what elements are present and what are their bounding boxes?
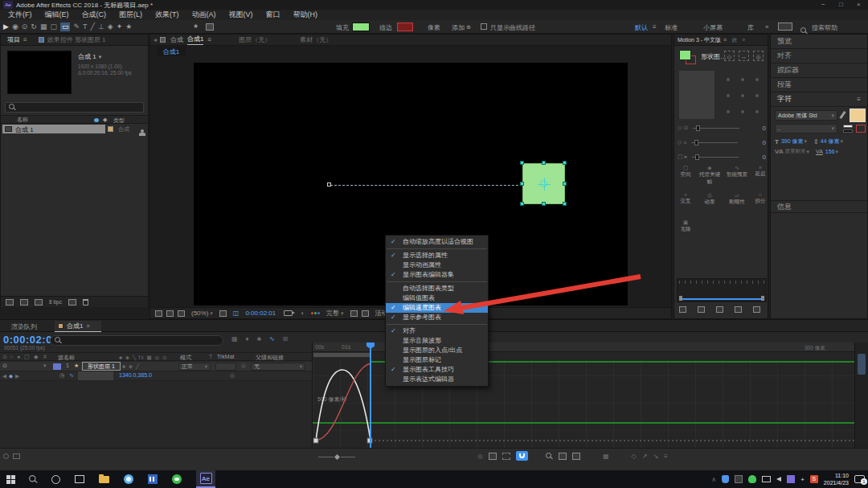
motion-button-delay[interactable]: »延迟	[751, 165, 769, 186]
work-area-bar[interactable]	[313, 352, 371, 358]
motion-footer-icon-5[interactable]	[753, 306, 760, 313]
motion-slider-row-1[interactable]: ◇⊙ 0	[678, 123, 766, 133]
rotate-tool-icon[interactable]: ↻	[31, 23, 37, 31]
bezier-path-checkbox[interactable]	[481, 23, 487, 30]
motion-button-split[interactable]: ÷拆分	[751, 192, 769, 206]
tab-project[interactable]: 项目	[7, 35, 20, 44]
label-color-swatch[interactable]	[108, 126, 113, 132]
always-preview-icon[interactable]	[155, 310, 162, 317]
new-folder-icon[interactable]	[35, 299, 43, 306]
frame-blending-icon[interactable]: ⊞	[283, 335, 289, 342]
position-value[interactable]: 1340.0,385.0	[119, 372, 152, 378]
motion-button-space[interactable]: ▢空间	[676, 165, 695, 186]
viewer-menu-icon[interactable]: ≡	[207, 36, 211, 43]
motion-button-interact[interactable]: +交互	[676, 192, 695, 206]
tab-effects-partial[interactable]: 效	[731, 36, 737, 44]
trkmat-select[interactable]	[215, 363, 236, 371]
motion-footer-icon-3[interactable]	[716, 306, 723, 313]
motion-slider-row-2[interactable]: ◇× 0	[678, 137, 766, 147]
anchor-point[interactable]	[540, 180, 547, 187]
menu-file[interactable]: 文件(F)	[8, 10, 32, 20]
panel-character[interactable]: 字符 ≡	[771, 92, 867, 107]
selection-handle[interactable]	[520, 182, 524, 186]
mode-column[interactable]: 模式	[180, 354, 191, 362]
selection-handle[interactable]	[563, 182, 567, 186]
back-icon[interactable]: ◂	[154, 36, 157, 43]
toggle-switches-icon[interactable]	[13, 453, 20, 459]
easy-ease-icon[interactable]: ≡	[664, 453, 668, 460]
number-column[interactable]: #	[43, 354, 47, 359]
hand-tool-icon[interactable]: ◉	[12, 23, 18, 31]
add-label[interactable]: 添加	[452, 23, 465, 32]
bezier-path-label[interactable]: 只显示曲线路径	[490, 23, 535, 32]
layer-label-swatch[interactable]	[53, 363, 61, 370]
graph-editor-icon[interactable]: ∿	[269, 335, 275, 342]
show-graph-type-icon[interactable]	[489, 453, 497, 460]
project-panel-menu-icon[interactable]: ≡	[23, 36, 27, 43]
tray-green-app-icon[interactable]	[748, 475, 756, 483]
menu-layer[interactable]: 图层(L)	[119, 10, 142, 20]
minimize-button[interactable]: −	[821, 1, 825, 8]
motion-button-rigidity[interactable]: ▱刚顺性	[724, 192, 750, 206]
stroke-label[interactable]: 描边	[379, 23, 392, 32]
tray-plus-icon[interactable]: +	[800, 476, 805, 483]
resolution-value[interactable]: 完整	[326, 309, 339, 318]
notification-center-icon[interactable]: 1	[854, 475, 865, 483]
menu-item-show-animated-properties[interactable]: ✓显示动画属性	[386, 260, 488, 270]
cortana-icon[interactable]	[51, 475, 60, 484]
layer-eye-icon[interactable]: ⊙	[2, 363, 7, 369]
property-name-chip[interactable]	[78, 371, 113, 380]
tray-s-app-icon[interactable]: S	[810, 475, 818, 483]
solo-column-icon[interactable]: ●	[17, 354, 20, 359]
sync-settings-icon[interactable]	[778, 23, 792, 31]
mask-mode-icon[interactable]	[206, 23, 214, 31]
panel-tracker[interactable]: 跟踪器	[771, 64, 867, 78]
parent-link-column[interactable]: 父级和链接	[256, 354, 284, 362]
keyframe-nav-right-icon[interactable]: ▶	[15, 373, 19, 379]
playhead-line[interactable]	[370, 342, 371, 458]
roto-brush-tool-icon[interactable]: ✦	[117, 23, 123, 31]
selection-handle[interactable]	[542, 202, 546, 206]
tab-footage[interactable]: 素材（无）	[300, 35, 332, 44]
stroke-color-swatch[interactable]	[397, 23, 413, 31]
clock[interactable]: 11:10 2021/4/23	[824, 472, 849, 486]
layer-parent-select[interactable]: 无▾	[251, 363, 305, 371]
selection-handle[interactable]	[520, 161, 524, 165]
layer-mode-select[interactable]: 正常▾	[178, 363, 211, 371]
menu-item-show-graph-tool-tips[interactable]: ✓显示图表工具技巧	[386, 365, 488, 375]
after-effects-taskbar-button[interactable]: Ae	[196, 470, 215, 488]
primary-viewer-icon[interactable]	[166, 310, 174, 317]
menu-item-show-audio-waveform[interactable]: ✓显示音频波形	[386, 336, 488, 346]
easy-ease-out-icon[interactable]: ↘	[653, 453, 658, 460]
motion-trim-strip[interactable]	[677, 278, 767, 302]
tray-purple-app-icon[interactable]	[787, 475, 795, 483]
pan-behind-tool-icon[interactable]: ▢	[50, 23, 57, 31]
menu-item-snap[interactable]: ✓对齐	[386, 326, 488, 336]
eyedropper-icon[interactable]	[839, 111, 845, 119]
fill-label[interactable]: 填充	[336, 23, 349, 32]
motion3-menu-icon[interactable]: ≡	[723, 37, 727, 43]
layer-expand-caret-icon[interactable]: ▾	[43, 363, 47, 369]
fit-selection-icon[interactable]	[559, 453, 567, 460]
menu-effect[interactable]: 效果(T)	[155, 10, 179, 20]
workspace-default[interactable]: 默认	[635, 23, 648, 32]
composition-mini-flowchart-icon[interactable]: ▦	[231, 335, 238, 342]
timeline-search-input[interactable]	[50, 335, 223, 346]
position-property-row[interactable]: ◀ ◆ ▶ ◷ ∿ 1340.0,385.0 ◎	[0, 371, 312, 381]
trim-handle-left[interactable]	[679, 296, 682, 301]
show-snapshot-icon[interactable]: ◐	[301, 310, 305, 317]
easy-ease-in-icon[interactable]: ↗	[642, 453, 648, 460]
network-display-icon[interactable]	[762, 476, 771, 482]
panel-align[interactable]: 对齐	[771, 49, 867, 64]
motion-button-momentum[interactable]: ◎动量	[697, 192, 723, 206]
menu-composition[interactable]: 合成(C)	[82, 10, 107, 20]
browser-icon[interactable]	[124, 474, 133, 484]
text-tool-icon[interactable]: T	[83, 23, 88, 31]
motion-button-clone[interactable]: ▣克隆	[676, 219, 695, 233]
character-menu-icon[interactable]: ≡	[857, 96, 861, 103]
menu-item-show-graph-editor-set[interactable]: ✓显示图表编辑器集	[386, 270, 488, 280]
puppet-pin-tool-icon[interactable]: ★	[125, 23, 132, 31]
menu-item-auto-zoom-height[interactable]: ✓自动缩放高度以适合视图	[386, 237, 488, 247]
menu-window[interactable]: 窗口	[266, 10, 280, 20]
tab-render-queue[interactable]: 渲染队列	[11, 322, 37, 331]
